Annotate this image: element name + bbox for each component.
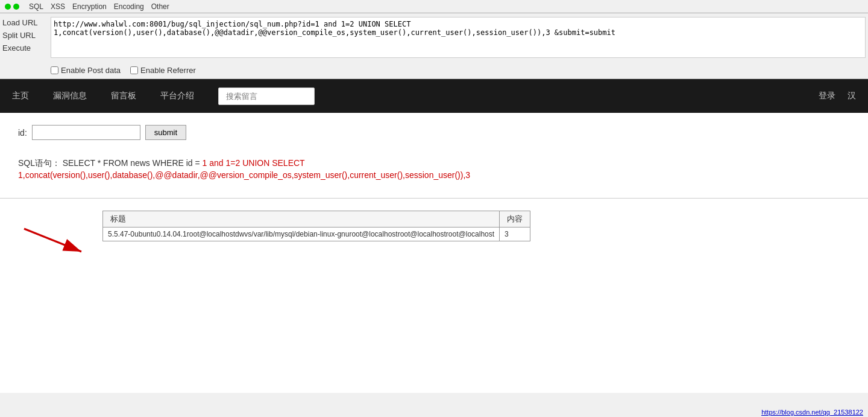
form-area: id: submit [0,113,868,152]
nav-search-input[interactable] [218,88,315,105]
split-url-button[interactable]: Split URL [2,30,36,41]
topnav-other[interactable]: Other [151,2,169,11]
id-input[interactable] [32,125,140,140]
indicator-2 [13,4,19,10]
result-area: 标题 内容 5.5.47-0ubuntu0.14.04.1root@localh… [0,205,868,271]
result-table: 标题 内容 5.5.47-0ubuntu0.14.04.1root@localh… [102,211,530,241]
id-label: id: [18,128,27,138]
toolbar: Load URL Split URL Execute http://www.wh… [0,13,868,79]
nav-board[interactable]: 留言板 [111,91,136,101]
table-row: 5.5.47-0ubuntu0.14.04.1root@localhostdwv… [103,228,530,241]
sql-highlight-part: 1 and 1=2 UNION SELECT [203,158,305,168]
arrow-container [18,211,90,259]
submit-button[interactable]: submit [145,125,186,140]
svg-line-1 [24,229,81,252]
cell-title: 5.5.47-0ubuntu0.14.04.1root@localhostdwv… [103,228,500,241]
enable-post-group: Enable Post data [51,66,121,75]
topnav-xss[interactable]: XSS [51,2,65,11]
sql-prefix: SQL语句： [18,158,60,168]
enable-post-label: Enable Post data [61,66,121,75]
cell-content: 3 [500,228,530,241]
enable-referrer-checkbox[interactable] [130,66,138,74]
nav-intro[interactable]: 平台介绍 [160,91,194,101]
col-header-content: 内容 [500,211,530,228]
url-section: Load URL Split URL Execute http://www.wh… [0,13,868,63]
indicator-1 [5,4,11,10]
left-buttons: Load URL Split URL Execute [0,16,48,55]
sql-line2: 1,concat(version(),user(),database(),@@d… [18,170,850,180]
nav-right: 登录 汉 [819,91,856,101]
url-input[interactable]: http://www.whalwl.com:8001/bug/sql_injec… [51,17,866,58]
load-url-button[interactable]: Load URL [2,17,38,28]
topnav-sql[interactable]: SQL [29,2,43,11]
nav-vuln[interactable]: 漏洞信息 [53,91,87,101]
sql-area: SQL语句： SELECT * FROM news WHERE id = 1 a… [0,152,868,192]
sql-static-part: SELECT * FROM news WHERE id = [63,158,203,168]
nav-login[interactable]: 登录 [819,91,835,101]
enable-referrer-label: Enable Referrer [140,66,196,75]
url-textarea-container: http://www.whalwl.com:8001/bug/sql_injec… [48,16,868,61]
options-bar: Enable Post data Enable Referrer [0,63,868,78]
execute-button[interactable]: Execute [2,42,31,54]
result-table-container: 标题 内容 5.5.47-0ubuntu0.14.04.1root@localh… [102,211,530,241]
sql-statement-line1: SQL语句： SELECT * FROM news WHERE id = 1 a… [18,158,850,169]
topnav-encryption[interactable]: Encryption [72,2,107,11]
enable-post-checkbox[interactable] [51,66,58,74]
nav-more[interactable]: 汉 [848,91,856,101]
website-content: 主页 漏洞信息 留言板 平台介绍 登录 汉 id: submit SQL语句： … [0,79,868,393]
col-header-title: 标题 [103,211,500,228]
enable-referrer-group: Enable Referrer [130,66,196,75]
divider [0,198,868,199]
arrow-icon [18,223,90,259]
nav-home[interactable]: 主页 [12,91,29,101]
nav-items: 主页 漏洞信息 留言板 平台介绍 [12,88,819,105]
site-nav: 主页 漏洞信息 留言板 平台介绍 登录 汉 [0,79,868,113]
top-nav-bar: SQL XSS Encryption Encoding Other [0,0,868,13]
status-indicators [5,4,19,10]
topnav-encoding[interactable]: Encoding [114,2,144,11]
